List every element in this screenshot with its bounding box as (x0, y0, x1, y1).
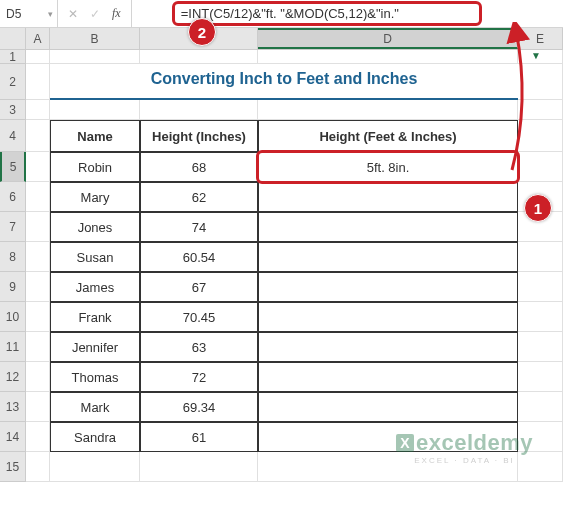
cell[interactable] (26, 302, 50, 332)
row-header-11[interactable]: 11 (0, 332, 26, 362)
row-header-10[interactable]: 10 (0, 302, 26, 332)
table-cell-name[interactable]: Susan (50, 242, 140, 272)
row-header-4[interactable]: 4 (0, 120, 26, 152)
cell[interactable] (50, 50, 140, 64)
cell[interactable] (26, 100, 50, 120)
cell[interactable] (26, 152, 50, 182)
cell[interactable] (140, 452, 258, 482)
cell[interactable] (258, 100, 518, 120)
select-all-corner[interactable] (0, 28, 26, 49)
table-cell-name[interactable]: Sandra (50, 422, 140, 452)
cell[interactable] (518, 422, 563, 452)
cell[interactable] (518, 452, 563, 482)
table-cell-inches[interactable]: 61 (140, 422, 258, 452)
cell[interactable] (26, 422, 50, 452)
table-cell-name[interactable]: Jennifer (50, 332, 140, 362)
cell[interactable] (26, 242, 50, 272)
table-cell-inches[interactable]: 72 (140, 362, 258, 392)
row-header-2[interactable]: 2 (0, 64, 26, 100)
cell[interactable] (258, 452, 518, 482)
table-cell-inches[interactable]: 62 (140, 182, 258, 212)
cell[interactable] (26, 362, 50, 392)
table-cell-result[interactable] (258, 392, 518, 422)
table-cell-result[interactable] (258, 332, 518, 362)
table-cell-name[interactable]: Robin (50, 152, 140, 182)
cell[interactable] (26, 272, 50, 302)
page-title[interactable]: Converting Inch to Feet and Inches (50, 64, 518, 100)
table-cell-name[interactable]: Jones (50, 212, 140, 242)
cell[interactable] (140, 50, 258, 64)
cell[interactable] (26, 212, 50, 242)
table-cell-inches[interactable]: 68 (140, 152, 258, 182)
name-box[interactable]: D5 ▾ (0, 0, 58, 27)
cell[interactable] (518, 362, 563, 392)
table-cell-name[interactable]: Frank (50, 302, 140, 332)
cell[interactable] (518, 272, 563, 302)
table-cell-result[interactable] (258, 212, 518, 242)
table-cell-result[interactable] (258, 182, 518, 212)
row-header-15[interactable]: 15 (0, 452, 26, 482)
header-feet[interactable]: Height (Feet & Inches) (258, 120, 518, 152)
table-cell-inches[interactable]: 67 (140, 272, 258, 302)
row-header-8[interactable]: 8 (0, 242, 26, 272)
table-cell-result[interactable] (258, 362, 518, 392)
table-cell-result[interactable] (258, 272, 518, 302)
row-header-5[interactable]: 5 (0, 152, 26, 182)
cell[interactable] (518, 64, 563, 100)
row-header-3[interactable]: 3 (0, 100, 26, 120)
table-cell-name[interactable]: Thomas (50, 362, 140, 392)
cell[interactable] (258, 50, 518, 64)
row-header-12[interactable]: 12 (0, 362, 26, 392)
col-header-D[interactable]: D (258, 28, 518, 49)
table-cell-inches[interactable]: 63 (140, 332, 258, 362)
table-cell-name[interactable]: James (50, 272, 140, 302)
table-cell-inches[interactable]: 74 (140, 212, 258, 242)
cell[interactable] (518, 120, 563, 152)
chevron-down-icon[interactable]: ▾ (48, 9, 53, 19)
row-14: 14 Sandra 61 (0, 422, 563, 452)
check-icon[interactable]: ✓ (90, 7, 100, 21)
cell[interactable] (26, 50, 50, 64)
row-header-13[interactable]: 13 (0, 392, 26, 422)
cell[interactable] (26, 64, 50, 100)
cell[interactable] (518, 152, 563, 182)
cell[interactable] (26, 392, 50, 422)
cancel-icon[interactable]: ✕ (68, 7, 78, 21)
cell[interactable] (50, 100, 140, 120)
table-cell-name[interactable]: Mary (50, 182, 140, 212)
row-header-7[interactable]: 7 (0, 212, 26, 242)
cell[interactable] (140, 100, 258, 120)
formula-input[interactable]: =INT(C5/12)&"ft. "&MOD(C5,12)&"in." (172, 1, 482, 26)
cell-D5[interactable]: 5ft. 8in. (258, 152, 518, 182)
col-header-A[interactable]: A (26, 28, 50, 49)
cell[interactable] (518, 392, 563, 422)
table-cell-inches[interactable]: 70.45 (140, 302, 258, 332)
row-header-6[interactable]: 6 (0, 182, 26, 212)
row-header-14[interactable]: 14 (0, 422, 26, 452)
col-header-B[interactable]: B (50, 28, 140, 49)
cell[interactable] (518, 100, 563, 120)
table-cell-name[interactable]: Mark (50, 392, 140, 422)
col-header-E[interactable]: E (518, 28, 563, 49)
table-cell-inches[interactable]: 69.34 (140, 392, 258, 422)
fx-icon[interactable]: fx (112, 6, 121, 21)
header-inches[interactable]: Height (Inches) (140, 120, 258, 152)
cell[interactable] (518, 302, 563, 332)
cell[interactable] (50, 452, 140, 482)
row-7: 7 Jones 74 (0, 212, 563, 242)
row-header-1[interactable]: 1 (0, 50, 26, 64)
table-cell-result[interactable] (258, 242, 518, 272)
cell[interactable] (26, 182, 50, 212)
formula-bar-buttons: ✕ ✓ fx (58, 0, 132, 27)
table-cell-result[interactable] (258, 422, 518, 452)
cell[interactable] (26, 332, 50, 362)
cell[interactable] (26, 452, 50, 482)
header-name[interactable]: Name (50, 120, 140, 152)
cell[interactable] (518, 242, 563, 272)
table-cell-result[interactable] (258, 302, 518, 332)
row-12: 12 Thomas 72 (0, 362, 563, 392)
cell[interactable] (26, 120, 50, 152)
table-cell-inches[interactable]: 60.54 (140, 242, 258, 272)
row-header-9[interactable]: 9 (0, 272, 26, 302)
cell[interactable] (518, 332, 563, 362)
